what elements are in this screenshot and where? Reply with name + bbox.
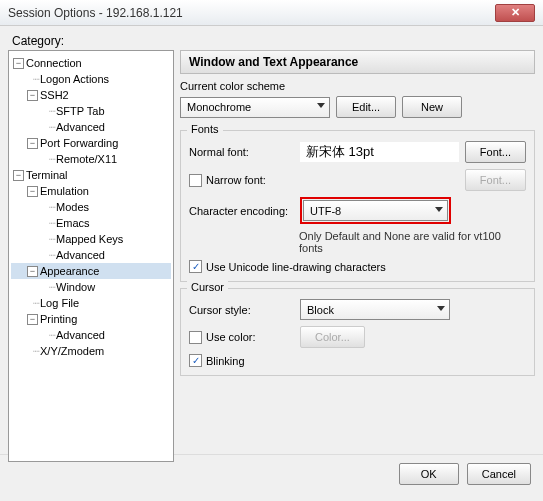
tree-mapped-keys[interactable]: ┈Mapped Keys [11,231,171,247]
tree-printing[interactable]: −Printing [11,311,171,327]
tree-sftp-tab[interactable]: ┈SFTP Tab [11,103,171,119]
use-color-checkbox[interactable] [189,331,202,344]
new-button[interactable]: New [402,96,462,118]
normal-font-value: 新宋体 13pt [300,142,459,162]
collapse-icon[interactable]: − [13,170,24,181]
font-button[interactable]: Font... [465,141,526,163]
encoding-highlight: UTF-8 [300,197,451,224]
unicode-lines-label: Use Unicode line-drawing characters [206,261,386,273]
collapse-icon[interactable]: − [13,58,24,69]
use-color-label: Use color: [206,331,256,343]
tree-terminal[interactable]: −Terminal [11,167,171,183]
ok-button[interactable]: OK [399,463,459,485]
encoding-hint: Only Default and None are valid for vt10… [299,230,526,254]
tree-emulation[interactable]: −Emulation [11,183,171,199]
tree-log-file[interactable]: ┈Log File [11,295,171,311]
window-title: Session Options - 192.168.1.121 [8,6,183,20]
narrow-font-button: Font... [465,169,526,191]
collapse-icon[interactable]: − [27,138,38,149]
fonts-group-title: Fonts [187,123,223,135]
tree-ssh2[interactable]: −SSH2 [11,87,171,103]
tree-modes[interactable]: ┈Modes [11,199,171,215]
titlebar: Session Options - 192.168.1.121 ✕ [0,0,543,26]
chevron-down-icon [437,306,445,314]
encoding-label: Character encoding: [189,205,294,217]
fonts-group: Fonts Normal font: 新宋体 13pt Font... Narr… [180,130,535,282]
cursor-style-label: Cursor style: [189,304,294,316]
tree-advanced-emu[interactable]: ┈Advanced [11,247,171,263]
blinking-checkbox[interactable]: ✓ [189,354,202,367]
edit-button[interactable]: Edit... [336,96,396,118]
close-icon: ✕ [511,6,520,19]
color-scheme-dropdown[interactable]: Monochrome [180,97,330,118]
settings-panel: Window and Text Appearance Current color… [180,50,535,446]
collapse-icon[interactable]: − [27,314,38,325]
normal-font-label: Normal font: [189,146,294,158]
category-tree[interactable]: −Connection ┈Logon Actions −SSH2 ┈SFTP T… [8,50,174,462]
tree-remote-x11[interactable]: ┈Remote/X11 [11,151,171,167]
chevron-down-icon [435,207,443,215]
narrow-font-checkbox[interactable] [189,174,202,187]
color-button: Color... [300,326,365,348]
tree-xyzmodem[interactable]: ┈X/Y/Zmodem [11,343,171,359]
category-label: Category: [12,34,64,48]
tree-emacs[interactable]: ┈Emacs [11,215,171,231]
collapse-icon[interactable]: − [27,90,38,101]
unicode-lines-checkbox[interactable]: ✓ [189,260,202,273]
color-scheme-section: Current color scheme Monochrome Edit... … [180,80,535,124]
encoding-dropdown[interactable]: UTF-8 [303,200,448,221]
tree-window[interactable]: ┈Window [11,279,171,295]
blinking-label: Blinking [206,355,245,367]
tree-logon-actions[interactable]: ┈Logon Actions [11,71,171,87]
cursor-group: Cursor Cursor style: Block Use color: Co… [180,288,535,376]
tree-advanced-print[interactable]: ┈Advanced [11,327,171,343]
cancel-button[interactable]: Cancel [467,463,531,485]
cursor-group-title: Cursor [187,281,228,293]
panel-header: Window and Text Appearance [180,50,535,74]
narrow-font-label: Narrow font: [206,174,266,186]
color-scheme-label: Current color scheme [180,80,535,92]
cursor-style-dropdown[interactable]: Block [300,299,450,320]
collapse-icon[interactable]: − [27,186,38,197]
tree-port-forwarding[interactable]: −Port Forwarding [11,135,171,151]
chevron-down-icon [317,103,325,111]
close-button[interactable]: ✕ [495,4,535,22]
collapse-icon[interactable]: − [27,266,38,277]
tree-advanced-ssh[interactable]: ┈Advanced [11,119,171,135]
tree-connection[interactable]: −Connection [11,55,171,71]
tree-appearance[interactable]: −Appearance [11,263,171,279]
